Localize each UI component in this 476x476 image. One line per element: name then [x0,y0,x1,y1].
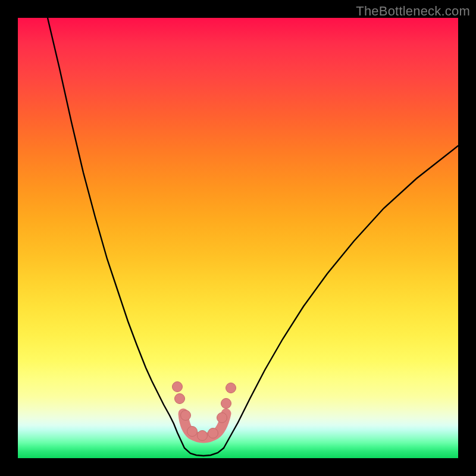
plot-area [18,18,458,458]
heat-gradient-background [18,18,458,458]
watermark-text: TheBottleneck.com [356,4,470,19]
chart-frame: TheBottleneck.com [0,0,476,476]
